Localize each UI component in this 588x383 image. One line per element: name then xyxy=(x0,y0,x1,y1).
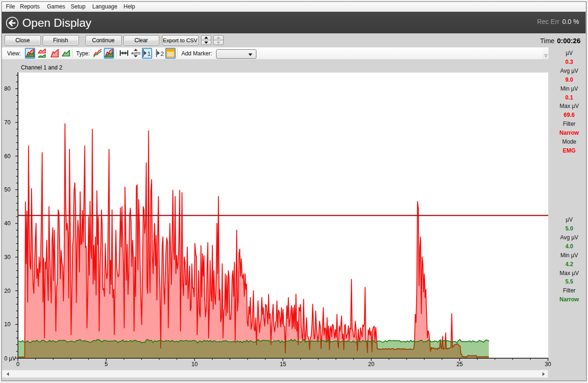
svg-text:70: 70 xyxy=(4,119,11,126)
svg-text:60: 60 xyxy=(4,153,11,160)
svg-text:20: 20 xyxy=(4,288,11,294)
svg-text:10: 10 xyxy=(4,321,11,328)
svg-text:30: 30 xyxy=(545,361,551,368)
svg-text:25: 25 xyxy=(456,361,463,368)
svg-text:20: 20 xyxy=(368,361,375,368)
svg-text:80: 80 xyxy=(4,85,11,92)
svg-text:30: 30 xyxy=(4,254,11,260)
svg-text:10: 10 xyxy=(192,361,198,368)
svg-text:0 µV: 0 µV xyxy=(4,355,16,362)
svg-text:40: 40 xyxy=(4,220,11,227)
svg-text:2: 2 xyxy=(161,50,164,57)
svg-text:1: 1 xyxy=(147,50,151,57)
svg-text:0: 0 xyxy=(16,361,20,368)
svg-text:5: 5 xyxy=(105,361,108,368)
svg-text:Channel 1 and 2: Channel 1 and 2 xyxy=(21,64,62,71)
svg-text:15: 15 xyxy=(280,361,286,368)
svg-text:AUTO: AUTO xyxy=(132,52,141,55)
svg-text:50: 50 xyxy=(4,186,11,193)
